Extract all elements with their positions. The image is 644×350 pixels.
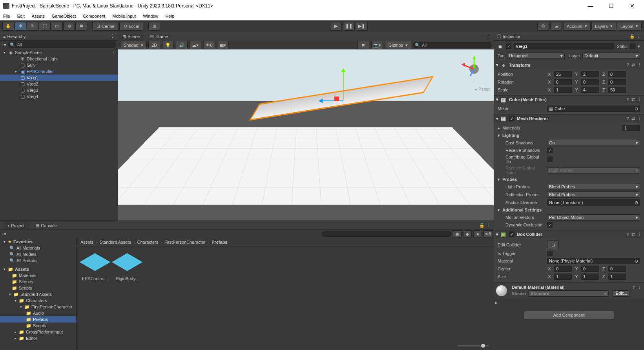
play-button[interactable]: ▶: [330, 22, 342, 31]
hierarchy-item[interactable]: ▢Væg1: [0, 75, 118, 81]
panel-menu-icon[interactable]: ⋮: [486, 223, 491, 228]
pivot-local-toggle[interactable]: ⊙Local: [119, 22, 143, 31]
rotation-x[interactable]: 0: [554, 79, 572, 85]
perspective-label[interactable]: ◂Persp: [474, 87, 490, 92]
panel-menu-icon[interactable]: ⋮: [637, 34, 641, 39]
mesh-renderer-header[interactable]: ▾ ▦ ✓ Mesh Renderer ?⇄⋮: [494, 115, 644, 122]
panel-menu-icon[interactable]: ⋮: [487, 34, 494, 39]
favorite-item[interactable]: 🔍All Models: [0, 251, 76, 257]
hierarchy-item[interactable]: ▸▣FPSController: [0, 68, 118, 75]
hand-tool[interactable]: ✋: [2, 22, 14, 31]
hierarchy-item[interactable]: ▢Væg4: [0, 93, 118, 100]
menu-icon[interactable]: ⋮: [637, 116, 642, 121]
pivot-center-toggle[interactable]: ⊡Center: [92, 22, 119, 31]
folder-item[interactable]: 📁Prefabs: [0, 316, 76, 323]
tab-scene[interactable]: ⊞Scene: [118, 32, 144, 41]
position-z[interactable]: 0: [608, 71, 626, 77]
chevron-down-icon[interactable]: ▾: [2, 51, 6, 55]
scene-viewport[interactable]: x z ◂Persp: [118, 49, 494, 221]
rotation-z[interactable]: 0: [608, 79, 626, 85]
fpc-folder[interactable]: ▾📁FirstPersonCharacter: [0, 304, 76, 310]
menu-assets[interactable]: Assets: [32, 14, 45, 18]
filter-by-type-icon[interactable]: ▣: [453, 230, 462, 237]
dynamic-occlusion-checkbox[interactable]: ✓: [547, 222, 553, 228]
layer-dropdown[interactable]: Default▾: [582, 53, 640, 59]
lock-icon[interactable]: 🔓: [479, 223, 485, 228]
layers-dropdown[interactable]: Layers▾: [591, 22, 616, 31]
x-axis-arrow[interactable]: [319, 100, 343, 101]
scale-tool[interactable]: ⛶: [39, 22, 51, 31]
cast-shadows-dropdown[interactable]: On▾: [547, 140, 640, 146]
maximize-button[interactable]: ☐: [602, 0, 620, 11]
chevron-right-icon[interactable]: ▸: [495, 300, 498, 305]
help-icon[interactable]: ?: [626, 97, 629, 102]
layout-dropdown[interactable]: Layout▾: [617, 22, 642, 31]
menu-help[interactable]: Help: [165, 14, 174, 18]
is-trigger-checkbox[interactable]: [547, 251, 553, 256]
light-probes-dropdown[interactable]: Blend Probes▾: [547, 184, 640, 190]
move-tool[interactable]: ✥: [15, 22, 26, 31]
position-y[interactable]: 2: [581, 71, 599, 77]
breadcrumb-item[interactable]: Standard Assets: [100, 240, 131, 244]
menu-component[interactable]: Component: [83, 14, 105, 18]
scale-y[interactable]: 4: [581, 87, 599, 93]
tab-project[interactable]: ▪Project: [3, 221, 29, 230]
box-collider-enabled[interactable]: ✓: [509, 232, 514, 237]
filter-by-label-icon[interactable]: ◆: [463, 230, 472, 237]
tools-icon[interactable]: ✖: [358, 41, 369, 49]
save-search-icon[interactable]: ★: [473, 230, 482, 237]
cloud-icon[interactable]: ☁: [550, 22, 562, 31]
hierarchy-item[interactable]: ▢Væg3: [0, 87, 118, 93]
scene-row[interactable]: ▾ ◈ SampleScene ⋮: [0, 49, 118, 56]
standard-assets-folder[interactable]: ▾📁Standard Assets: [0, 291, 76, 297]
scale-x[interactable]: 1: [554, 87, 572, 93]
breadcrumb-item[interactable]: Assets: [80, 240, 93, 244]
tab-console[interactable]: ▤Console: [31, 221, 61, 230]
menu-window[interactable]: Window: [143, 14, 158, 18]
motion-vectors-dropdown[interactable]: Per Object Motion▾: [547, 214, 640, 221]
collider-center-y[interactable]: 0: [581, 266, 599, 272]
menu-icon[interactable]: ⋮: [637, 62, 642, 67]
chevron-icon[interactable]: ▸: [14, 69, 18, 73]
mesh-field[interactable]: ▦Cube⊙: [547, 106, 640, 112]
fx-toggle[interactable]: ☁▾: [190, 41, 201, 49]
hierarchy-item[interactable]: ▢Gulv: [0, 62, 118, 68]
box-collider-header[interactable]: ▾ ▣ ✓ Box Collider ?⇄⋮: [494, 230, 644, 238]
lock-icon[interactable]: 🔓: [629, 34, 635, 39]
create-dropdown[interactable]: +▾: [2, 232, 6, 237]
preset-icon[interactable]: ⇄: [631, 116, 635, 121]
z-axis-handle[interactable]: [334, 97, 339, 101]
breadcrumb-item[interactable]: FirstPersonCharacter: [164, 240, 206, 244]
close-button[interactable]: ✕: [623, 0, 641, 11]
editor-folder[interactable]: ▸📁Editor: [0, 335, 76, 341]
snap-toggle[interactable]: ⊞: [148, 22, 160, 31]
tab-game[interactable]: 🎮Game: [144, 32, 173, 41]
rotate-tool[interactable]: ↻: [27, 22, 38, 31]
materials-label[interactable]: Materials: [502, 126, 620, 130]
create-dropdown[interactable]: +▾: [2, 42, 6, 47]
reflection-probes-dropdown[interactable]: Blend Probes▾: [547, 191, 640, 198]
project-search[interactable]: [322, 231, 451, 237]
shading-dropdown[interactable]: Shaded▾: [120, 41, 147, 49]
preset-icon[interactable]: ⇄: [631, 62, 635, 67]
position-x[interactable]: 25: [554, 71, 572, 77]
gizmos-dropdown[interactable]: Gizmos▾: [385, 41, 411, 49]
help-icon[interactable]: ?: [632, 285, 635, 290]
folder-item[interactable]: 📁Audio: [0, 310, 76, 316]
collider-center-x[interactable]: 0: [554, 266, 572, 272]
material-header[interactable]: Default-Material (Material) Shader Stand…: [494, 283, 644, 299]
scene-menu-icon[interactable]: ⋮: [111, 50, 115, 55]
collider-size-y[interactable]: 1: [581, 273, 599, 280]
materials-count[interactable]: 1: [622, 125, 640, 131]
help-icon[interactable]: ?: [626, 232, 629, 237]
scale-z[interactable]: 50: [608, 87, 626, 93]
prefab-asset[interactable]: RigidBody...: [113, 250, 141, 338]
receive-shadows-checkbox[interactable]: ✓: [547, 148, 553, 153]
physic-material-field[interactable]: None (Physic Material)⊙: [547, 258, 640, 264]
object-name-field[interactable]: Væg1: [514, 43, 614, 49]
anchor-override-field[interactable]: None (Transform)⊙: [547, 199, 640, 206]
favorite-item[interactable]: 🔍All Prefabs: [0, 257, 76, 264]
folder-item[interactable]: 📁Scripts: [0, 285, 76, 291]
prefab-asset[interactable]: FPSControl...: [81, 250, 109, 338]
menu-icon[interactable]: ⋮: [637, 285, 642, 290]
